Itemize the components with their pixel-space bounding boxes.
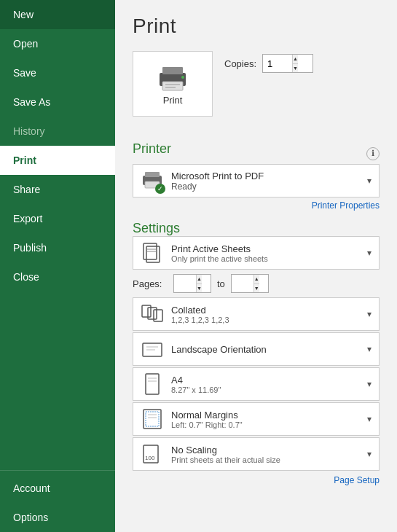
sidebar-item-open[interactable]: Open: [0, 29, 115, 58]
info-icon[interactable]: ℹ: [366, 147, 380, 160]
paper-size-icon: [141, 372, 164, 396]
pages-from-input[interactable]: [174, 278, 196, 289]
dropdown-paper-size[interactable]: A48.27" x 11.69"▾: [133, 367, 380, 401]
printer-section: Printer ℹ ✓ Microsoft Print to PDF Ready…: [133, 141, 380, 211]
page-title: Print: [133, 15, 380, 38]
pages-to-down[interactable]: ▼: [254, 284, 259, 293]
copies-label: Copies:: [224, 58, 256, 69]
copies-input[interactable]: [263, 58, 292, 69]
page-setup-link[interactable]: Page Setup: [133, 475, 380, 485]
print-sheets-arrow: ▾: [367, 248, 372, 258]
pages-to-label: to: [217, 278, 225, 289]
svg-rect-3: [165, 84, 180, 85]
collated-sub-text: 1,2,3 1,2,3 1,2,3: [171, 316, 367, 324]
scaling-icon: 100: [141, 442, 164, 466]
dropdown-collated[interactable]: Collated1,2,3 1,2,3 1,2,3▾: [133, 297, 380, 331]
margins-sub-text: Left: 0.7" Right: 0.7": [171, 420, 367, 429]
pages-from-spinbox[interactable]: ▲ ▼: [173, 274, 211, 293]
svg-rect-7: [145, 172, 160, 177]
orientation-main-text: Landscape Orientation: [171, 344, 367, 355]
printer-ready-check: ✓: [155, 184, 165, 194]
printer-select-icon: ✓: [141, 169, 164, 192]
dropdown-orientation[interactable]: Landscape Orientation▾: [133, 332, 380, 366]
pages-from-up[interactable]: ▲: [197, 275, 202, 284]
settings-section: Settings Print Active SheetsOnly print t…: [133, 221, 380, 485]
sidebar-item-share[interactable]: Share: [0, 175, 115, 204]
sidebar-item-history: History: [0, 117, 115, 146]
print-copies-row: Print Copies: ▲ ▼: [133, 51, 380, 128]
paper-size-arrow: ▾: [367, 379, 372, 389]
scaling-sub-text: Print sheets at their actual size: [171, 455, 367, 464]
scaling-arrow: ▾: [367, 449, 372, 459]
collated-arrow: ▾: [367, 309, 372, 319]
sidebar-item-print[interactable]: Print: [0, 146, 115, 175]
copies-row: Copies: ▲ ▼: [224, 54, 313, 73]
copies-spinbox[interactable]: ▲ ▼: [262, 54, 313, 73]
collated-main-text: Collated: [171, 305, 367, 316]
copies-up-button[interactable]: ▲: [293, 55, 298, 64]
scaling-main-text: No Scaling: [171, 445, 367, 455]
paper-size-sub-text: 8.27" x 11.69": [171, 386, 367, 394]
svg-rect-23: [146, 412, 159, 426]
sidebar-item-export[interactable]: Export: [0, 204, 115, 233]
orientation-icon: [141, 337, 164, 361]
margins-arrow: ▾: [367, 414, 372, 424]
orientation-arrow: ▾: [367, 344, 372, 354]
svg-text:100: 100: [145, 455, 155, 461]
pages-from-down[interactable]: ▼: [197, 284, 202, 293]
sidebar: NewOpenSaveSave AsHistoryPrintShareExpor…: [0, 0, 115, 532]
collated-icon: [141, 302, 164, 326]
dropdown-margins[interactable]: Normal MarginsLeft: 0.7" Right: 0.7"▾: [133, 402, 380, 436]
printer-icon: [155, 63, 190, 92]
printer-name: Microsoft Print to PDF: [171, 171, 367, 181]
printer-status: Ready: [171, 181, 367, 192]
main-content: Print Print Copies: ▲ ▼: [115, 0, 397, 532]
margins-main-text: Normal Margins: [171, 410, 367, 420]
sidebar-item-account[interactable]: Account: [0, 474, 115, 503]
pages-row: Pages: ▲ ▼ to ▲ ▼: [133, 271, 380, 296]
printer-dropdown[interactable]: ✓ Microsoft Print to PDF Ready ▾: [133, 164, 380, 197]
svg-rect-22: [144, 410, 161, 429]
margins-icon: [141, 407, 164, 431]
sidebar-item-publish[interactable]: Publish: [0, 233, 115, 262]
svg-rect-1: [162, 67, 183, 74]
print-label: Print: [163, 95, 183, 106]
pages-to-spinbox[interactable]: ▲ ▼: [231, 274, 269, 293]
paper-size-main-text: A4: [171, 375, 367, 386]
printer-properties-link[interactable]: Printer Properties: [133, 200, 380, 211]
sidebar-item-close[interactable]: Close: [0, 262, 115, 292]
sidebar-item-options[interactable]: Options: [0, 503, 115, 532]
print-sheets-icon: [141, 241, 164, 265]
dropdown-scaling[interactable]: 100No ScalingPrint sheets at their actua…: [133, 437, 380, 471]
sidebar-item-new[interactable]: New: [0, 0, 115, 29]
pages-to-up[interactable]: ▲: [254, 275, 259, 284]
svg-rect-4: [165, 87, 176, 88]
sidebar-item-save[interactable]: Save: [0, 58, 115, 87]
pages-to-input[interactable]: [232, 278, 253, 289]
svg-rect-19: [146, 374, 159, 394]
pages-label: Pages:: [133, 278, 168, 289]
settings-title: Settings: [133, 221, 180, 235]
svg-point-5: [181, 76, 184, 79]
dropdown-print-sheets[interactable]: Print Active SheetsOnly print the active…: [133, 236, 380, 270]
printer-section-title: Printer: [133, 141, 171, 157]
print-button[interactable]: Print: [133, 51, 213, 117]
svg-rect-2: [162, 82, 183, 90]
copies-down-button[interactable]: ▼: [293, 64, 298, 73]
printer-dropdown-arrow: ▾: [367, 176, 372, 186]
print-sheets-main-text: Print Active Sheets: [171, 243, 367, 254]
sidebar-item-save-as[interactable]: Save As: [0, 87, 115, 117]
print-sheets-sub-text: Only print the active sheets: [171, 254, 367, 263]
